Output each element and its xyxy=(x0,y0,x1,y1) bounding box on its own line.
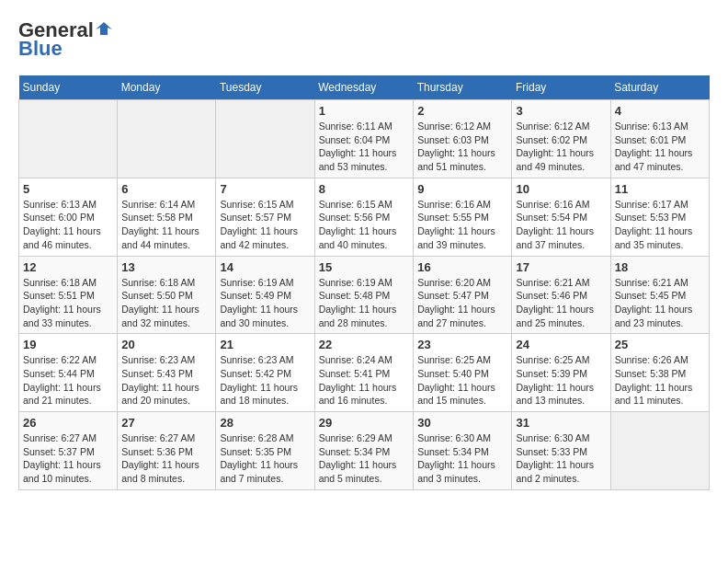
calendar-cell: 3Sunrise: 6:12 AM Sunset: 6:02 PM Daylig… xyxy=(512,100,610,178)
day-info: Sunrise: 6:22 AM Sunset: 5:44 PM Dayligh… xyxy=(23,353,113,408)
calendar-cell: 18Sunrise: 6:21 AM Sunset: 5:45 PM Dayli… xyxy=(610,256,709,334)
calendar-cell: 22Sunrise: 6:24 AM Sunset: 5:41 PM Dayli… xyxy=(314,334,413,412)
header-day-wednesday: Wednesday xyxy=(314,75,413,100)
day-number: 3 xyxy=(516,104,606,118)
day-number: 22 xyxy=(319,338,409,351)
logo-bird-icon xyxy=(96,20,112,37)
day-info: Sunrise: 6:27 AM Sunset: 5:37 PM Dayligh… xyxy=(23,431,113,486)
day-number: 27 xyxy=(121,416,211,430)
day-info: Sunrise: 6:16 AM Sunset: 5:55 PM Dayligh… xyxy=(417,198,507,252)
calendar-cell: 11Sunrise: 6:17 AM Sunset: 5:53 PM Dayli… xyxy=(610,178,709,256)
day-info: Sunrise: 6:19 AM Sunset: 5:48 PM Dayligh… xyxy=(319,276,409,330)
day-number: 9 xyxy=(417,182,507,196)
day-info: Sunrise: 6:25 AM Sunset: 5:40 PM Dayligh… xyxy=(417,353,507,408)
header-day-thursday: Thursday xyxy=(414,75,512,100)
day-number: 20 xyxy=(121,338,211,351)
day-number: 11 xyxy=(615,182,705,196)
day-number: 14 xyxy=(220,260,310,274)
calendar-week-row: 12Sunrise: 6:18 AM Sunset: 5:51 PM Dayli… xyxy=(19,256,710,334)
calendar-cell: 10Sunrise: 6:16 AM Sunset: 5:54 PM Dayli… xyxy=(512,178,610,256)
calendar-cell: 17Sunrise: 6:21 AM Sunset: 5:46 PM Dayli… xyxy=(512,256,610,334)
calendar-cell: 26Sunrise: 6:27 AM Sunset: 5:37 PM Dayli… xyxy=(19,412,118,490)
page-header: General Blue xyxy=(18,18,710,61)
day-info: Sunrise: 6:21 AM Sunset: 5:45 PM Dayligh… xyxy=(615,276,705,330)
day-number: 31 xyxy=(516,416,606,430)
day-number: 28 xyxy=(220,416,310,430)
logo: General Blue xyxy=(18,18,112,61)
day-number: 18 xyxy=(615,260,705,274)
day-number: 26 xyxy=(23,416,113,430)
calendar-cell: 27Sunrise: 6:27 AM Sunset: 5:36 PM Dayli… xyxy=(118,412,216,490)
calendar-cell xyxy=(19,100,118,178)
calendar-cell: 29Sunrise: 6:29 AM Sunset: 5:34 PM Dayli… xyxy=(314,412,413,490)
calendar-cell xyxy=(118,100,216,178)
calendar-cell: 28Sunrise: 6:28 AM Sunset: 5:35 PM Dayli… xyxy=(216,412,314,490)
day-info: Sunrise: 6:18 AM Sunset: 5:51 PM Dayligh… xyxy=(23,276,113,330)
day-info: Sunrise: 6:27 AM Sunset: 5:36 PM Dayligh… xyxy=(121,431,211,486)
calendar-week-row: 1Sunrise: 6:11 AM Sunset: 6:04 PM Daylig… xyxy=(19,100,710,178)
day-info: Sunrise: 6:20 AM Sunset: 5:47 PM Dayligh… xyxy=(417,276,507,330)
day-number: 16 xyxy=(417,260,507,274)
day-info: Sunrise: 6:25 AM Sunset: 5:39 PM Dayligh… xyxy=(516,353,606,408)
logo-blue-text: Blue xyxy=(18,37,63,61)
day-info: Sunrise: 6:11 AM Sunset: 6:04 PM Dayligh… xyxy=(319,120,409,174)
calendar-cell: 6Sunrise: 6:14 AM Sunset: 5:58 PM Daylig… xyxy=(118,178,216,256)
calendar-cell: 8Sunrise: 6:15 AM Sunset: 5:56 PM Daylig… xyxy=(314,178,413,256)
day-number: 30 xyxy=(417,416,507,430)
day-number: 1 xyxy=(319,104,409,118)
day-info: Sunrise: 6:24 AM Sunset: 5:41 PM Dayligh… xyxy=(319,353,409,408)
day-info: Sunrise: 6:26 AM Sunset: 5:38 PM Dayligh… xyxy=(615,353,705,408)
day-info: Sunrise: 6:17 AM Sunset: 5:53 PM Dayligh… xyxy=(615,198,705,252)
day-info: Sunrise: 6:30 AM Sunset: 5:34 PM Dayligh… xyxy=(417,431,507,486)
day-number: 23 xyxy=(417,338,507,351)
day-number: 15 xyxy=(319,260,409,274)
calendar-week-row: 26Sunrise: 6:27 AM Sunset: 5:37 PM Dayli… xyxy=(19,412,710,490)
calendar-cell: 19Sunrise: 6:22 AM Sunset: 5:44 PM Dayli… xyxy=(19,334,118,412)
calendar-cell: 23Sunrise: 6:25 AM Sunset: 5:40 PM Dayli… xyxy=(414,334,512,412)
day-info: Sunrise: 6:29 AM Sunset: 5:34 PM Dayligh… xyxy=(319,431,409,486)
day-number: 12 xyxy=(23,260,113,274)
header-day-friday: Friday xyxy=(512,75,610,100)
day-number: 13 xyxy=(121,260,211,274)
calendar-cell xyxy=(216,100,314,178)
calendar-header-row: SundayMondayTuesdayWednesdayThursdayFrid… xyxy=(19,75,710,100)
day-number: 8 xyxy=(319,182,409,196)
day-number: 6 xyxy=(121,182,211,196)
day-info: Sunrise: 6:12 AM Sunset: 6:03 PM Dayligh… xyxy=(417,120,507,174)
day-number: 4 xyxy=(615,104,705,118)
calendar-cell: 5Sunrise: 6:13 AM Sunset: 6:00 PM Daylig… xyxy=(19,178,118,256)
calendar-cell: 30Sunrise: 6:30 AM Sunset: 5:34 PM Dayli… xyxy=(414,412,512,490)
day-info: Sunrise: 6:30 AM Sunset: 5:33 PM Dayligh… xyxy=(516,431,606,486)
day-number: 25 xyxy=(615,338,705,351)
calendar-cell: 16Sunrise: 6:20 AM Sunset: 5:47 PM Dayli… xyxy=(414,256,512,334)
day-info: Sunrise: 6:15 AM Sunset: 5:56 PM Dayligh… xyxy=(319,198,409,252)
day-number: 7 xyxy=(220,182,310,196)
day-info: Sunrise: 6:13 AM Sunset: 6:01 PM Dayligh… xyxy=(615,120,705,174)
day-info: Sunrise: 6:13 AM Sunset: 6:00 PM Dayligh… xyxy=(23,198,113,252)
day-info: Sunrise: 6:14 AM Sunset: 5:58 PM Dayligh… xyxy=(121,198,211,252)
day-number: 10 xyxy=(516,182,606,196)
calendar-week-row: 5Sunrise: 6:13 AM Sunset: 6:00 PM Daylig… xyxy=(19,178,710,256)
day-info: Sunrise: 6:19 AM Sunset: 5:49 PM Dayligh… xyxy=(220,276,310,330)
header-day-tuesday: Tuesday xyxy=(216,75,314,100)
calendar-cell: 13Sunrise: 6:18 AM Sunset: 5:50 PM Dayli… xyxy=(118,256,216,334)
day-number: 17 xyxy=(516,260,606,274)
day-info: Sunrise: 6:12 AM Sunset: 6:02 PM Dayligh… xyxy=(516,120,606,174)
day-info: Sunrise: 6:23 AM Sunset: 5:43 PM Dayligh… xyxy=(121,353,211,408)
calendar-cell: 9Sunrise: 6:16 AM Sunset: 5:55 PM Daylig… xyxy=(414,178,512,256)
calendar-cell: 2Sunrise: 6:12 AM Sunset: 6:03 PM Daylig… xyxy=(414,100,512,178)
calendar-cell: 7Sunrise: 6:15 AM Sunset: 5:57 PM Daylig… xyxy=(216,178,314,256)
calendar-cell: 21Sunrise: 6:23 AM Sunset: 5:42 PM Dayli… xyxy=(216,334,314,412)
calendar-week-row: 19Sunrise: 6:22 AM Sunset: 5:44 PM Dayli… xyxy=(19,334,710,412)
calendar-table: SundayMondayTuesdayWednesdayThursdayFrid… xyxy=(18,75,710,490)
calendar-cell: 12Sunrise: 6:18 AM Sunset: 5:51 PM Dayli… xyxy=(19,256,118,334)
header-day-sunday: Sunday xyxy=(19,75,118,100)
day-info: Sunrise: 6:16 AM Sunset: 5:54 PM Dayligh… xyxy=(516,198,606,252)
day-number: 21 xyxy=(220,338,310,351)
svg-marker-0 xyxy=(96,22,112,35)
day-number: 5 xyxy=(23,182,113,196)
day-number: 29 xyxy=(319,416,409,430)
calendar-cell xyxy=(610,412,709,490)
calendar-cell: 4Sunrise: 6:13 AM Sunset: 6:01 PM Daylig… xyxy=(610,100,709,178)
calendar-cell: 24Sunrise: 6:25 AM Sunset: 5:39 PM Dayli… xyxy=(512,334,610,412)
